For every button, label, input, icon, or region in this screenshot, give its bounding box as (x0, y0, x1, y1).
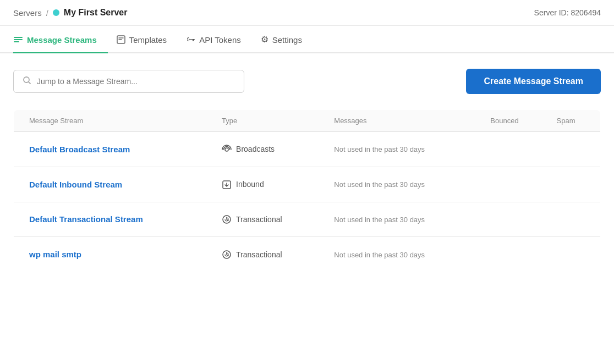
streams-table: Message Stream Type Messages Bounced Spa… (13, 109, 601, 272)
table-header-row: Message Stream Type Messages Bounced Spa… (14, 110, 601, 132)
stream-name-link[interactable]: Default Transactional Stream (29, 214, 143, 224)
tab-api-tokens-label: API Tokens (199, 35, 241, 45)
stream-type-cell: Transactional (213, 202, 325, 237)
stream-spam-cell (548, 237, 601, 272)
tab-api-tokens[interactable]: 🗝 API Tokens (187, 26, 252, 53)
message-streams-icon (13, 35, 23, 45)
type-icon (222, 144, 232, 155)
messages-status: Not used in the past 30 days (334, 180, 425, 189)
messages-status: Not used in the past 30 days (334, 216, 425, 224)
tab-templates[interactable]: Templates (117, 26, 178, 53)
svg-point-2 (225, 148, 228, 151)
type-label: Broadcasts (236, 145, 275, 153)
col-header-stream: Message Stream (14, 110, 213, 132)
messages-status: Not used in the past 30 days (334, 145, 425, 153)
type-icon (222, 179, 232, 190)
stream-name-cell: Default Inbound Stream (14, 167, 213, 202)
stream-type-cell: Transactional (213, 237, 325, 272)
tab-message-streams[interactable]: Message Streams (13, 26, 108, 53)
search-input[interactable] (37, 77, 235, 86)
server-name: My First Server (64, 8, 128, 18)
stream-type-cell: Inbound (213, 167, 325, 202)
col-header-spam: Spam (548, 110, 601, 132)
create-message-stream-button[interactable]: Create Message Stream (466, 69, 601, 94)
breadcrumb-servers-link[interactable]: Servers (13, 8, 42, 18)
stream-name-cell: Default Broadcast Stream (14, 132, 213, 167)
tab-message-streams-label: Message Streams (27, 35, 97, 45)
stream-name-link[interactable]: Default Inbound Stream (29, 180, 122, 189)
stream-bounced-cell (481, 237, 547, 272)
stream-bounced-cell (481, 202, 547, 237)
table-row: wp mail smtp Transactional Not used in t… (14, 237, 601, 272)
breadcrumb: Servers / My First Server (13, 8, 127, 18)
stream-name-cell: wp mail smtp (14, 237, 213, 272)
table-row: Default Transactional Stream Transaction… (14, 202, 601, 237)
stream-bounced-cell (481, 167, 547, 202)
breadcrumb-separator: / (46, 8, 48, 18)
type-label: Transactional (236, 250, 282, 259)
col-header-messages: Messages (325, 110, 481, 132)
type-icon (222, 249, 232, 260)
server-id: Server ID: 8206494 (534, 8, 601, 17)
stream-messages-cell: Not used in the past 30 days (325, 132, 481, 167)
api-tokens-icon: 🗝 (187, 35, 195, 44)
main-content: Create Message Stream Message Stream Typ… (0, 53, 614, 288)
stream-name-link[interactable]: wp mail smtp (29, 250, 81, 259)
server-status-dot (53, 9, 59, 16)
stream-name-link[interactable]: Default Broadcast Stream (29, 145, 130, 154)
table-row: Default Broadcast Stream Broadcasts Not … (14, 132, 601, 167)
type-label: Inbound (236, 180, 264, 189)
stream-spam-cell (548, 132, 601, 167)
type-label: Transactional (236, 215, 282, 224)
search-create-row: Create Message Stream (13, 69, 601, 94)
settings-icon: ⚙ (261, 35, 268, 44)
table-row: Default Inbound Stream Inbound Not used … (14, 167, 601, 202)
tab-templates-label: Templates (129, 35, 167, 45)
search-box[interactable] (13, 70, 244, 93)
stream-bounced-cell (481, 132, 547, 167)
search-icon (23, 76, 31, 87)
stream-type-cell: Broadcasts (213, 132, 325, 167)
messages-status: Not used in the past 30 days (334, 251, 425, 259)
stream-spam-cell (548, 202, 601, 237)
nav-tabs: Message Streams Templates 🗝 API Tokens ⚙… (0, 26, 614, 53)
header: Servers / My First Server Server ID: 820… (0, 0, 614, 26)
tab-settings[interactable]: ⚙ Settings (261, 26, 313, 53)
stream-messages-cell: Not used in the past 30 days (325, 202, 481, 237)
templates-icon (117, 35, 125, 45)
col-header-bounced: Bounced (481, 110, 547, 132)
type-icon (222, 214, 232, 225)
tab-settings-label: Settings (272, 35, 302, 45)
stream-spam-cell (548, 167, 601, 202)
stream-messages-cell: Not used in the past 30 days (325, 237, 481, 272)
stream-name-cell: Default Transactional Stream (14, 202, 213, 237)
stream-messages-cell: Not used in the past 30 days (325, 167, 481, 202)
col-header-type: Type (213, 110, 325, 132)
